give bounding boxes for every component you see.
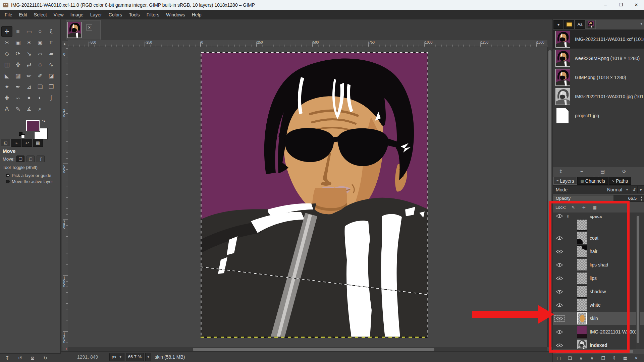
tool-mypaint-brush-icon[interactable]: ⊿ — [23, 81, 35, 92]
delete-tool-preset-button[interactable]: ⊠ — [31, 355, 35, 361]
tool-handle-transform-icon[interactable]: ✜ — [12, 59, 23, 70]
menu-select[interactable]: Select — [31, 10, 50, 19]
layer-row-white[interactable]: white — [553, 298, 644, 312]
menu-file[interactable]: File — [1, 10, 16, 19]
delete-layer-button[interactable]: ✕ — [634, 356, 639, 361]
tool-clone-icon[interactable]: ❏ — [35, 81, 46, 92]
remove-image-button[interactable]: − — [580, 169, 583, 174]
tool-gradient-icon[interactable]: ▨ — [12, 70, 23, 81]
tool-foreground-select-icon[interactable]: ▣ — [12, 37, 23, 48]
tool-free-select-icon[interactable]: ξ — [46, 26, 57, 37]
tool-zoom-icon[interactable]: ⌕ — [35, 104, 46, 114]
menu-edit[interactable]: Edit — [16, 10, 31, 19]
tool-blur-sharpen-icon[interactable]: ● — [23, 93, 35, 103]
reset-tool-options-button[interactable]: ↻ — [43, 355, 47, 361]
tool-unified-transform-icon[interactable]: ◇ — [1, 48, 12, 59]
lower-layer-button[interactable]: ∨ — [589, 356, 595, 361]
tool-bucket-fill-icon[interactable]: ◣ — [1, 70, 12, 81]
lock-alpha-button[interactable]: ▦ — [591, 204, 598, 211]
tool-rectangle-select-icon[interactable]: ▭ — [23, 26, 35, 37]
visibility-eye-icon[interactable] — [555, 276, 564, 281]
swap-colors-icon[interactable]: ↷ — [42, 119, 46, 124]
lock-pixels-button[interactable]: ✎ — [570, 204, 577, 211]
restore-button[interactable]: ❐ — [613, 0, 629, 10]
move-selection-button[interactable]: ▢ — [26, 156, 35, 162]
horizontal-scrollbar[interactable] — [68, 347, 547, 351]
tool-paintbrush-icon[interactable]: ✐ — [35, 70, 46, 81]
lock-position-button[interactable]: ✛ — [581, 204, 587, 211]
tool-text-icon[interactable]: A — [1, 104, 12, 114]
layer-row-specs[interactable]: ∞specs — [553, 213, 644, 231]
navigation-button[interactable]: ✛ — [547, 347, 552, 351]
move-layer-button[interactable]: ❏ — [16, 156, 24, 162]
chain-link-icon[interactable]: ∞ — [566, 213, 570, 221]
tool-perspective-icon[interactable]: ▰ — [46, 48, 57, 59]
undo-history-tab[interactable]: ↩ — [22, 139, 32, 147]
images-tab[interactable] — [586, 20, 596, 29]
tool-options-tab[interactable]: ⊡ — [1, 139, 11, 147]
tool-rotate-icon[interactable]: ⟳ — [12, 48, 23, 59]
image-list-item[interactable]: week2GIMP.png (1018 × 1280) — [553, 49, 644, 68]
raise-displays-button[interactable]: ↥ — [559, 169, 563, 174]
tool-heal-icon[interactable]: ✚ — [1, 93, 12, 103]
brushes-tab[interactable]: ● — [553, 20, 564, 29]
zoom-select[interactable]: 66.7 % — [126, 353, 144, 361]
canvas-image-tab[interactable]: ✕ — [66, 20, 101, 40]
layer-row-shadow[interactable]: shadow — [553, 285, 644, 298]
visibility-eye-icon[interactable] — [555, 330, 564, 334]
tab-channels[interactable]: ▥Channels — [577, 177, 608, 185]
tool-fuzzy-select-icon[interactable]: ✶ — [23, 37, 35, 48]
minimize-button[interactable]: – — [598, 0, 613, 10]
dock-menu-icon[interactable]: ◂ — [640, 21, 642, 26]
visibility-eye-icon[interactable] — [555, 290, 564, 294]
tool-airbrush-icon[interactable]: ✦ — [1, 81, 12, 92]
tool-eraser-icon[interactable]: ◪ — [46, 70, 57, 81]
zoom-chevron-button[interactable]: ▼ — [145, 353, 151, 361]
tool-scissors-select-icon[interactable]: ✂ — [1, 37, 12, 48]
layer-row-coat[interactable]: coat — [553, 231, 644, 245]
tool-color-picker-icon[interactable]: ✎ — [12, 104, 23, 114]
duplicate-layer-button[interactable]: ❐ — [600, 356, 606, 361]
menu-image[interactable]: Image — [67, 10, 87, 19]
ruler-corner-button[interactable]: ▸ — [62, 40, 68, 47]
tool-crop-icon[interactable]: ⌗ — [46, 37, 57, 48]
blend-space-chevron[interactable]: ▼ — [637, 186, 644, 193]
layers-scrollbar[interactable] — [636, 215, 640, 349]
layer-row-indexed[interactable]: indexed — [553, 339, 644, 349]
tool-warp-transform-icon[interactable]: ∿ — [46, 59, 57, 70]
image-list-item[interactable]: IMG-20221101-WA0010.jpg (1018 × 1280) — [553, 87, 644, 106]
tool-cage-transform-icon[interactable]: ⌂ — [35, 59, 46, 70]
visibility-eye-icon[interactable] — [555, 303, 564, 307]
tool-select-by-color-icon[interactable]: ◉ — [35, 37, 46, 48]
blend-space-reset-button[interactable]: ↺ — [631, 186, 637, 193]
tool-scale-icon[interactable]: ↘ — [23, 48, 35, 59]
device-status-tab[interactable]: ⌁ — [11, 139, 21, 147]
visibility-eye-icon[interactable] — [555, 214, 564, 218]
tool-pencil-icon[interactable]: ✏ — [23, 70, 35, 81]
image-list-item[interactable]: project1.jpg — [553, 106, 644, 125]
canvas-viewport[interactable] — [68, 47, 547, 347]
image-list-item[interactable]: IMG-20221101-WA0010.xcf (1018 × 1280) — [553, 29, 644, 49]
tool-ink-icon[interactable]: ✒ — [12, 81, 23, 92]
tool-smudge-icon[interactable]: ∽ — [12, 93, 23, 103]
patterns-tab[interactable] — [564, 20, 574, 29]
menu-view[interactable]: View — [50, 10, 67, 19]
foreground-color-swatch[interactable] — [26, 120, 40, 131]
menu-filters[interactable]: Filters — [143, 10, 163, 19]
tool-paths-icon[interactable]: ∫ — [46, 93, 57, 103]
mode-select[interactable]: Normal▼ — [605, 186, 631, 194]
opacity-slider[interactable]: Opacity 66.5 ▲▼ — [553, 195, 644, 202]
canvas-tab-close-icon[interactable]: ✕ — [86, 24, 92, 31]
tab-layers[interactable]: ≡Layers — [553, 177, 577, 185]
visibility-eye-icon[interactable] — [555, 249, 564, 254]
unit-select[interactable]: px▼ — [109, 353, 124, 361]
visibility-eye-icon[interactable] — [555, 316, 564, 321]
visibility-eye-icon[interactable] — [555, 236, 564, 240]
tool-dodge-burn-icon[interactable]: ◐ — [35, 93, 46, 103]
save-tool-preset-button[interactable]: ↧ — [5, 355, 9, 361]
layer-row-lips[interactable]: lips — [553, 272, 644, 285]
raise-layer-button[interactable]: ∧ — [578, 356, 584, 361]
image-list-item[interactable]: GIMP.png (1018 × 1280) — [553, 68, 644, 87]
restore-tool-preset-button[interactable]: ↺ — [18, 355, 22, 361]
images-tab[interactable]: ▦ — [33, 139, 43, 147]
